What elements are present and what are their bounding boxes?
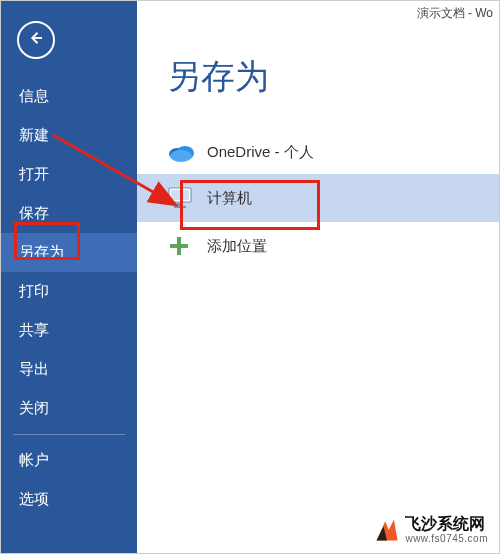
location-add-place[interactable]: 添加位置: [137, 222, 499, 270]
add-icon: [167, 234, 207, 258]
svg-rect-6: [177, 203, 183, 206]
main-pane: 演示文档 - Wo 另存为 OneDrive - 个人: [137, 1, 499, 553]
nav-divider: [13, 434, 125, 435]
app-root: 信息 新建 打开 保存 另存为 打印 共享 导出 关闭 帐户 选项 演示文档 -…: [0, 0, 500, 554]
nav-item-export[interactable]: 导出: [1, 350, 137, 389]
nav-item-save[interactable]: 保存: [1, 194, 137, 233]
watermark-logo-icon: [373, 516, 401, 544]
svg-rect-5: [171, 190, 189, 200]
onedrive-icon: [167, 142, 207, 162]
watermark-url: www.fs0745.com: [405, 533, 488, 544]
nav-item-open[interactable]: 打开: [1, 155, 137, 194]
nav-item-new[interactable]: 新建: [1, 116, 137, 155]
location-label: OneDrive - 个人: [207, 143, 314, 162]
location-label: 计算机: [207, 189, 252, 208]
watermark: 飞沙系统网 www.fs0745.com: [367, 511, 494, 548]
save-location-list: OneDrive - 个人 计算机: [137, 130, 499, 270]
nav-item-share[interactable]: 共享: [1, 311, 137, 350]
svg-point-3: [170, 150, 192, 162]
page-title: 另存为: [167, 54, 499, 100]
back-arrow-icon: [27, 29, 45, 51]
back-button[interactable]: [17, 21, 55, 59]
nav-item-info[interactable]: 信息: [1, 77, 137, 116]
nav-item-account[interactable]: 帐户: [1, 441, 137, 480]
backstage-sidebar: 信息 新建 打开 保存 另存为 打印 共享 导出 关闭 帐户 选项: [1, 1, 137, 553]
nav-item-close[interactable]: 关闭: [1, 389, 137, 428]
location-computer[interactable]: 计算机: [137, 174, 499, 222]
window-title: 演示文档 - Wo: [137, 1, 499, 24]
location-label: 添加位置: [207, 237, 267, 256]
nav-item-save-as[interactable]: 另存为: [1, 233, 137, 272]
nav-item-print[interactable]: 打印: [1, 272, 137, 311]
computer-icon: [167, 186, 207, 210]
svg-rect-7: [174, 206, 186, 208]
watermark-title: 飞沙系统网: [405, 515, 488, 533]
location-onedrive[interactable]: OneDrive - 个人: [137, 130, 499, 174]
svg-rect-9: [170, 244, 188, 248]
nav-item-options[interactable]: 选项: [1, 480, 137, 519]
